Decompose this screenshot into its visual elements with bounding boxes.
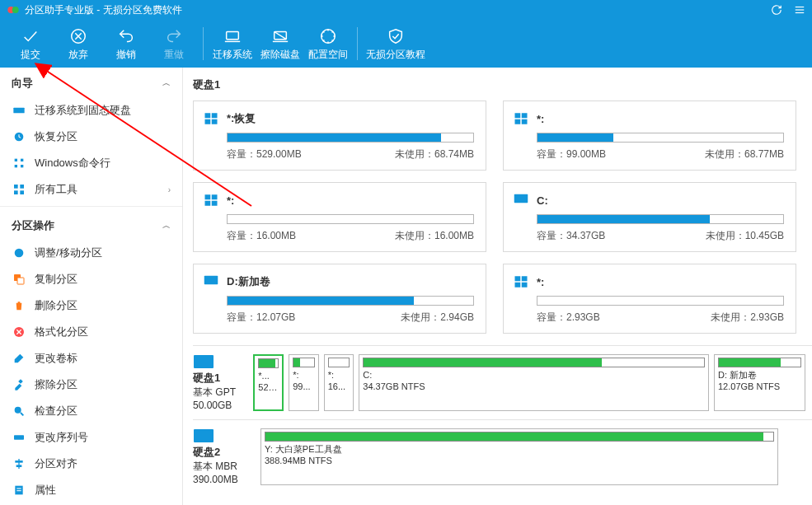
svg-rect-23 [20, 190, 24, 194]
toolbar-undo-button[interactable]: 撤销 [102, 26, 150, 62]
sidebar-item[interactable]: 调整/移动分区 [0, 240, 182, 266]
disk-segment[interactable]: *:16... [324, 354, 354, 411]
sidebar-item-label: 所有工具 [35, 182, 168, 197]
titlebar: 分区助手专业版 - 无损分区免费软件 [0, 0, 812, 20]
sidebar-item[interactable]: 所有工具› [0, 176, 182, 203]
partition-card[interactable]: *:恢复 容量：529.00MB未使用：68.74MB [193, 101, 486, 171]
svg-line-11 [275, 31, 287, 39]
format-icon [12, 325, 26, 339]
disk-segment[interactable]: *:99... [289, 354, 319, 411]
svg-rect-54 [515, 276, 521, 281]
partition-name: *: [227, 194, 234, 207]
svg-rect-44 [515, 113, 521, 118]
svg-rect-42 [205, 119, 211, 124]
sidebar-item[interactable]: 属性 [0, 477, 182, 503]
usage-bar [227, 133, 474, 143]
partition-card[interactable]: D:新加卷 容量：12.07GB未使用：2.94GB [193, 264, 486, 334]
svg-rect-56 [515, 283, 521, 288]
svg-rect-40 [205, 113, 211, 118]
sidebar-item[interactable]: 删除分区 [0, 292, 182, 319]
svg-rect-41 [212, 113, 218, 118]
sidebar-item[interactable]: 更改序列号 [0, 424, 182, 451]
segment-name: *... [258, 371, 279, 382]
segment-bar [265, 432, 774, 442]
sidebar-item[interactable]: 格式化分区 [0, 319, 182, 345]
resize-icon [12, 245, 26, 260]
drive-icon [193, 428, 214, 443]
drive-icon [193, 354, 214, 369]
partition-card[interactable]: *: 容量：99.00MB未使用：68.77MB [503, 101, 796, 171]
sidebar-section-header[interactable]: 分区操作︿ [0, 210, 182, 240]
sidebar-section-header[interactable]: 向导︿ [0, 68, 182, 97]
toolbar-config-button[interactable]: 配置空间 [304, 26, 352, 62]
menu-icon[interactable] [794, 4, 805, 16]
svg-rect-19 [21, 165, 23, 167]
svg-rect-35 [15, 461, 22, 463]
sidebar-item[interactable]: 更改卷标 [0, 345, 182, 372]
usage-bar [537, 133, 784, 143]
svg-rect-30 [18, 379, 23, 384]
sidebar-item[interactable]: 擦除分区 [0, 372, 182, 398]
sidebar-item-label: 迁移系统到固态硬盘 [35, 103, 171, 118]
sidebar-item-label: 擦除分区 [35, 377, 171, 392]
app-logo-icon [7, 3, 20, 16]
sidebar-item[interactable]: 复制分区 [0, 266, 182, 292]
partition-icon [514, 111, 528, 126]
disk-segment[interactable]: C:34.37GB NTFS [359, 354, 709, 411]
sidebar-item-label: 删除分区 [35, 298, 171, 313]
cmd-icon [12, 156, 26, 171]
partition-icon [514, 274, 528, 289]
serial-icon [12, 430, 26, 445]
disk-segment[interactable]: D: 新加卷12.07GB NTFS [714, 354, 805, 411]
usage-bar [227, 296, 474, 306]
svg-rect-48 [205, 194, 211, 199]
sidebar-item[interactable]: Windows命令行 [0, 150, 182, 176]
toolbar-check-button[interactable]: 提交 [7, 26, 54, 62]
svg-rect-43 [212, 119, 218, 124]
svg-point-1 [12, 7, 19, 13]
free-label: 未使用：16.00MB [395, 229, 474, 243]
svg-rect-16 [15, 159, 17, 161]
disk-info[interactable]: 硬盘1基本 GPT50.00GB [193, 354, 248, 411]
disk-bar-section: 硬盘1基本 GPT50.00GB*...529...*:99...*:16...… [193, 345, 812, 419]
partition-card[interactable]: *: 容量：2.93GB未使用：2.93GB [503, 264, 796, 334]
partition-card[interactable]: *: 容量：16.00MB未使用：16.00MB [193, 182, 486, 252]
toolbar-cancel-button[interactable]: 放弃 [54, 26, 102, 62]
svg-rect-21 [20, 185, 24, 189]
disk-segment[interactable]: Y: 大白菜PE工具盘388.94MB NTFS [260, 428, 778, 485]
chevron-right-icon: › [168, 185, 171, 194]
prop-icon [12, 483, 26, 498]
disk-info[interactable]: 硬盘2基本 MBR390.00MB [193, 428, 256, 485]
partition-icon [204, 274, 218, 289]
usage-bar [227, 214, 474, 224]
toolbar-erase-button[interactable]: 擦除磁盘 [256, 26, 304, 62]
segment-size: 529... [258, 382, 279, 394]
label-icon [12, 351, 26, 366]
sidebar-item[interactable]: 检查分区 [0, 398, 182, 424]
svg-rect-47 [522, 119, 528, 124]
toolbar-migrate-button[interactable]: 迁移系统 [209, 26, 256, 62]
segment-name: C: [363, 370, 705, 381]
sidebar-item[interactable]: 分区对齐 [0, 451, 182, 477]
sidebar-item[interactable]: 迁移系统到固态硬盘 [0, 97, 182, 124]
sidebar-item[interactable]: 恢复分区 [0, 124, 182, 150]
free-label: 未使用：68.77MB [705, 147, 784, 161]
capacity-label: 容量：2.93GB [537, 311, 600, 325]
toolbar-shield-button[interactable]: 无损分区教程 [363, 26, 429, 62]
erase-icon [270, 26, 290, 46]
redo-icon [165, 26, 183, 46]
sidebar-item-label: Windows命令行 [35, 156, 171, 171]
refresh-icon[interactable] [771, 4, 782, 16]
svg-rect-50 [205, 201, 211, 206]
segment-bar [258, 358, 279, 368]
toolbar-redo-button[interactable]: 重做 [150, 26, 198, 62]
svg-point-24 [15, 249, 24, 258]
partition-card[interactable]: C: 容量：34.37GB未使用：10.45GB [503, 182, 796, 252]
partition-name: D:新加卷 [227, 274, 270, 289]
alltools-icon [12, 182, 26, 197]
svg-rect-59 [194, 429, 214, 442]
shield-icon [387, 26, 405, 46]
disk-segment[interactable]: *...529... [253, 354, 284, 411]
wipe-icon [12, 377, 26, 392]
svg-rect-53 [204, 276, 218, 285]
